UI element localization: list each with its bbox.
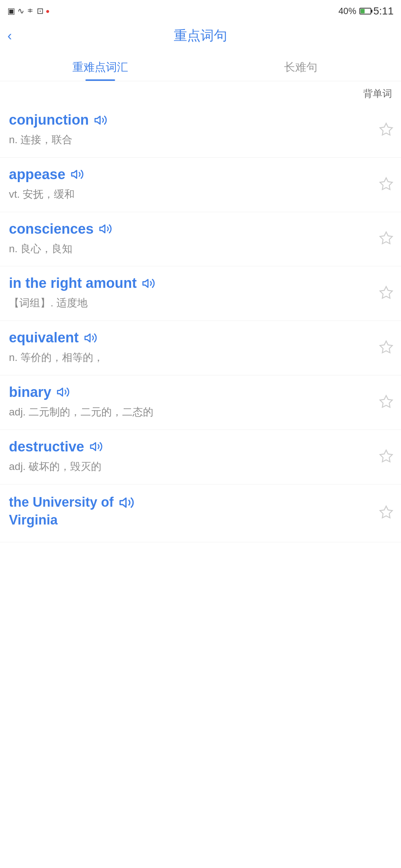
status-time: 5:11 (374, 5, 394, 17)
word-item-appease: appease vt. 安抚，缓和 (0, 158, 401, 212)
header: ‹ 重点词句 (0, 21, 401, 51)
sound-button-consciences[interactable] (99, 222, 112, 236)
word-item-university-virginia: the University ofVirginia (0, 484, 401, 542)
svg-marker-13 (380, 450, 392, 462)
sound-button-destructive[interactable] (89, 440, 103, 453)
sim-icon: ▣ (7, 6, 15, 16)
word-english: destructive (9, 439, 84, 455)
toolbar: 背单词 (0, 81, 401, 103)
star-button-equivalent[interactable] (379, 340, 394, 356)
sound-button-binary[interactable] (56, 385, 70, 399)
word-definition: n. 等价的，相等的， (9, 349, 379, 366)
sound-button-phrase[interactable] (142, 277, 155, 290)
sound-button-conjunction[interactable] (94, 114, 107, 127)
battery-percent: 40% (338, 6, 356, 16)
word-item-destructive: destructive adj. 破坏的，毁灭的 (0, 430, 401, 484)
word-item-phrase: in the right amount 【词组】. 适度地 (0, 266, 401, 321)
star-button-conjunction[interactable] (379, 122, 394, 138)
word-english: equivalent (9, 330, 79, 346)
word-definition: 【词组】. 适度地 (9, 295, 379, 312)
svg-marker-10 (58, 388, 63, 396)
word-definition: adj. 破坏的，毁灭的 (9, 458, 379, 475)
svg-marker-6 (143, 279, 148, 287)
word-list: conjunction n. 连接，联合 appease (0, 103, 401, 542)
svg-marker-2 (72, 171, 77, 178)
word-item-equivalent: equivalent n. 等价的，相等的， (0, 321, 401, 375)
svg-marker-15 (380, 506, 392, 518)
star-button-university-virginia[interactable] (379, 505, 394, 521)
page-title: 重点词句 (174, 27, 227, 45)
vibrate-icon: ⊡ (37, 6, 43, 16)
status-bar: ▣ ∿ ⧧ ⊡ ● 40% 5:11 (0, 0, 401, 21)
record-icon: ● (46, 7, 50, 15)
star-button-consciences[interactable] (379, 231, 394, 247)
word-item-conjunction: conjunction n. 连接，联合 (0, 103, 401, 158)
star-button-binary[interactable] (379, 394, 394, 411)
star-button-appease[interactable] (379, 177, 394, 193)
word-definition: vt. 安抚，缓和 (9, 186, 379, 203)
status-icons-right: 40% 5:11 (338, 5, 394, 17)
svg-marker-14 (120, 498, 126, 507)
word-english: consciences (9, 221, 94, 237)
back-button[interactable]: ‹ (7, 29, 12, 43)
bluetooth-icon: ⧧ (26, 6, 35, 16)
svg-marker-4 (100, 225, 105, 233)
svg-marker-0 (95, 116, 100, 124)
svg-marker-3 (380, 178, 392, 190)
word-english: appease (9, 167, 65, 183)
tab-sentence[interactable]: 长难句 (200, 51, 401, 81)
word-item-consciences: consciences n. 良心，良知 (0, 212, 401, 267)
word-definition: n. 连接，联合 (9, 132, 379, 148)
sound-button-equivalent[interactable] (84, 331, 97, 345)
sound-button-appease[interactable] (71, 168, 84, 181)
word-item-binary: binary adj. 二元制的，二元的，二态的 (0, 375, 401, 430)
status-icons-left: ▣ ∿ ⧧ ⊡ ● (7, 6, 50, 16)
svg-marker-11 (380, 395, 392, 407)
star-button-destructive[interactable] (379, 449, 394, 465)
word-english: in the right amount (9, 275, 137, 291)
svg-marker-8 (85, 334, 90, 342)
word-english: the University ofVirginia (9, 493, 114, 529)
memorize-button[interactable]: 背单词 (363, 87, 392, 100)
sound-button-university-virginia[interactable] (119, 495, 134, 510)
wifi-icon: ∿ (17, 6, 24, 16)
word-english: binary (9, 384, 51, 400)
svg-marker-1 (380, 123, 392, 135)
word-english: conjunction (9, 112, 89, 128)
tab-vocab[interactable]: 重难点词汇 (0, 51, 200, 81)
svg-marker-12 (91, 443, 96, 451)
tabs-container: 重难点词汇 长难句 (0, 51, 401, 81)
word-definition: n. 良心，良知 (9, 241, 379, 257)
star-button-phrase[interactable] (379, 285, 394, 302)
word-definition: adj. 二元制的，二元的，二态的 (9, 404, 379, 421)
svg-marker-7 (380, 287, 392, 299)
svg-marker-5 (380, 232, 392, 244)
svg-marker-9 (380, 341, 392, 353)
battery-icon (359, 8, 371, 14)
